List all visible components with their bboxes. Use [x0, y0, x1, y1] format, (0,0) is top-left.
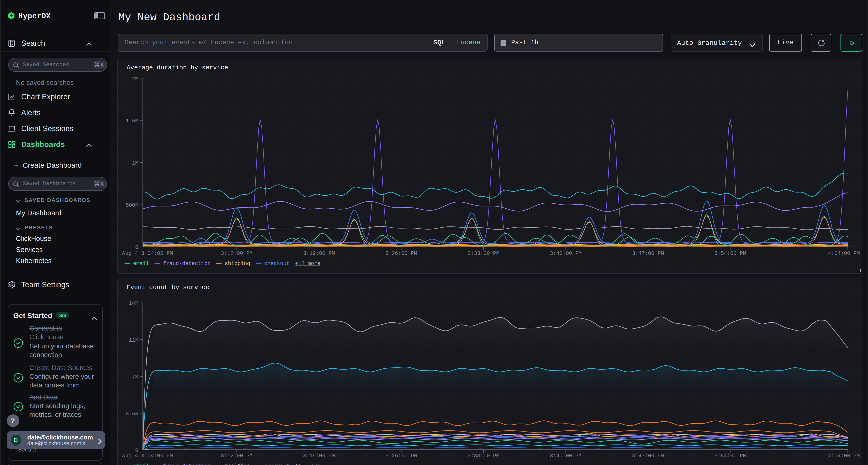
svg-text:14K: 14K — [128, 300, 138, 306]
svg-text:1M: 1M — [132, 160, 138, 166]
svg-text:Aug 4 3:04:00 PM: Aug 4 3:04:00 PM — [122, 251, 173, 257]
svg-text:7K: 7K — [132, 374, 138, 380]
svg-text:4:04:00 PM: 4:04:00 PM — [828, 453, 860, 459]
svg-text:3:33:00 PM: 3:33:00 PM — [467, 251, 499, 257]
svg-text:4:04:00 PM: 4:04:00 PM — [828, 251, 860, 257]
svg-text:3:26:00 PM: 3:26:00 PM — [385, 251, 417, 257]
svg-text:3:54:00 PM: 3:54:00 PM — [714, 251, 746, 257]
svg-text:3:19:00 PM: 3:19:00 PM — [303, 453, 335, 459]
svg-text:3.5K: 3.5K — [125, 411, 138, 417]
svg-text:3:40:00 PM: 3:40:00 PM — [550, 251, 581, 257]
svg-text:3:54:00 PM: 3:54:00 PM — [714, 453, 746, 459]
svg-text:Aug 4 3:04:00 PM: Aug 4 3:04:00 PM — [122, 453, 173, 459]
svg-text:3:12:00 PM: 3:12:00 PM — [221, 251, 252, 257]
svg-text:3:33:00 PM: 3:33:00 PM — [467, 453, 499, 459]
svg-text:3:47:00 PM: 3:47:00 PM — [632, 453, 664, 459]
svg-text:3:12:00 PM: 3:12:00 PM — [221, 453, 252, 459]
svg-text:3:47:00 PM: 3:47:00 PM — [632, 251, 664, 257]
svg-text:3:19:00 PM: 3:19:00 PM — [303, 251, 335, 257]
svg-text:2M: 2M — [132, 76, 138, 82]
svg-text:1.5M: 1.5M — [125, 118, 138, 124]
svg-text:3:26:00 PM: 3:26:00 PM — [385, 453, 417, 459]
svg-text:500K: 500K — [125, 202, 138, 208]
svg-text:3:40:00 PM: 3:40:00 PM — [550, 453, 581, 459]
svg-text:11K: 11K — [128, 337, 138, 343]
svg-text:0: 0 — [135, 244, 138, 251]
